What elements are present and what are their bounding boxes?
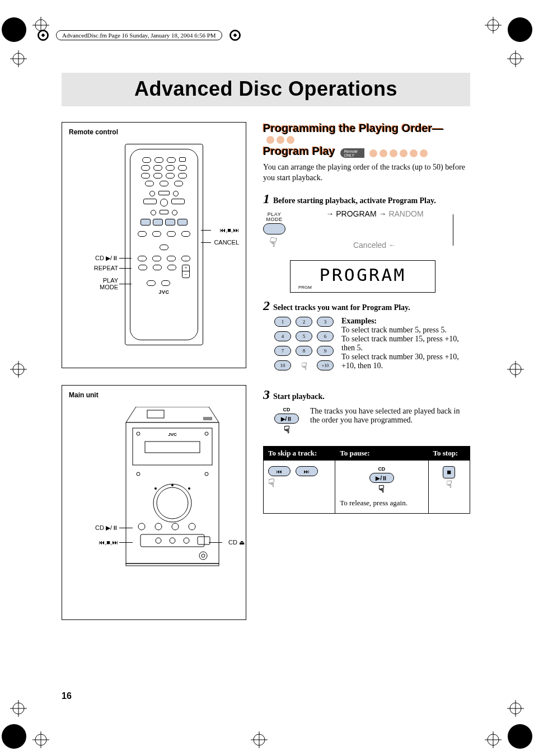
svg-point-1 [11,26,17,33]
crop-mark-icon [10,700,27,717]
step-2-number: 2 [263,298,270,313]
step-1-text: Before starting playback, activate Progr… [273,196,436,205]
crop-mark-icon [507,50,524,67]
registration-mark-icon [507,17,533,43]
key-1: 1 [274,317,291,327]
examples-block: Examples: To select track number 5, pres… [341,317,470,370]
remote-label-repeat: REPEAT [69,265,118,271]
key-3: 3 [317,317,334,327]
play-mode-diagram: PLAY MODE ☟ → PROGRAM → RANDOM Canceled … [290,212,470,252]
page-title: Advanced Disc Operations [62,77,470,101]
section-heading: Programming the Playing Order— Programmi… [263,122,470,144]
remote-label-cd: CD ▶/⏸ [69,255,118,262]
remote-control-panel: Remote control [62,122,246,368]
key-9: 9 [317,346,334,356]
key-7: 7 [274,346,291,356]
step-3-text: Start playback. [273,392,325,401]
key-2: 2 [296,317,312,327]
number-keypad: 1 2 3 4 5 6 7 8 9 10 ☟ +10 [274,317,334,373]
key-6: 6 [317,331,334,341]
page-number: 16 [62,691,72,701]
registration-mark-icon [1,17,27,43]
skip-prev-icon: ⏮ [268,466,291,476]
pause-button-icon: CD ▶/⏸ ☟ [340,466,423,495]
framemaker-header: AdvancedDisc.fm Page 16 Sunday, January … [56,30,222,40]
registration-mark-icon [1,724,27,749]
hand-cursor-icon: ☟ [446,478,452,491]
main-unit-panel: Main unit JVC [62,385,246,620]
hand-cursor-icon: ☟ [284,424,290,436]
stop-button-icon: ■ [443,466,455,478]
key-4: 4 [274,331,291,341]
hand-cursor-icon: ☟ [267,234,278,250]
remote-label-transport: ⏮,■,⏭ [219,227,239,233]
crop-mark-icon [485,731,502,748]
step-1-number: 1 [263,191,270,206]
mainunit-label-eject: CD ⏏ [228,539,245,546]
play-mode-button-icon [263,223,285,234]
remote-panel-title: Remote control [69,128,239,136]
key-plus10: +10 [317,360,334,370]
playback-controls-table: To skip a track: To pause: To stop: ⏮ ⏭ … [263,446,470,514]
key-8: 8 [296,346,312,356]
lcd-display: PROGRAM PRGM [290,260,435,293]
pause-note: To release, press again. [340,499,423,508]
hand-cursor-icon: ☟ [301,360,307,373]
crop-mark-icon [32,731,49,748]
svg-point-3 [517,26,523,33]
cd-play-button-icon: CD ▶/⏸ ☟ [274,407,299,436]
remote-label-cancel: CANCEL [214,239,239,246]
page-title-bar: Advanced Disc Operations [62,73,470,106]
mainunit-label-cd: CD ▶/⏸ [69,524,118,532]
registration-mark-icon [507,724,533,749]
crop-mark-icon [251,731,268,748]
crop-mark-icon [10,361,27,378]
hand-cursor-icon: ☟ [268,476,275,490]
remote-label-playmode-l1: PLAY [103,277,118,284]
remote-only-badge: RemoteONLY [340,148,364,158]
step-2-text: Select tracks you want for Program Play. [273,303,410,312]
th-stop: To stop: [428,447,470,461]
mainunit-label-transport: ⏮,■,⏭ [69,539,118,546]
skip-next-icon: ⏭ [296,466,318,476]
step-3-desc: The tracks you have selected are played … [310,407,470,425]
th-pause: To pause: [335,447,428,461]
th-skip: To skip a track: [264,447,335,461]
key-10: 10 [274,360,291,370]
crop-mark-icon [507,361,524,378]
mainunit-panel-title: Main unit [69,391,239,399]
section-intro: You can arrange the playing order of the… [263,162,470,184]
step-3-number: 3 [263,387,270,402]
crop-mark-icon [10,50,27,67]
svg-point-5 [11,733,17,740]
remote-label-playmode-l2: MODE [100,284,118,290]
hand-cursor-icon: ☟ [378,483,385,495]
key-5: 5 [296,331,312,341]
svg-point-7 [517,733,523,740]
crop-mark-icon [507,700,524,717]
